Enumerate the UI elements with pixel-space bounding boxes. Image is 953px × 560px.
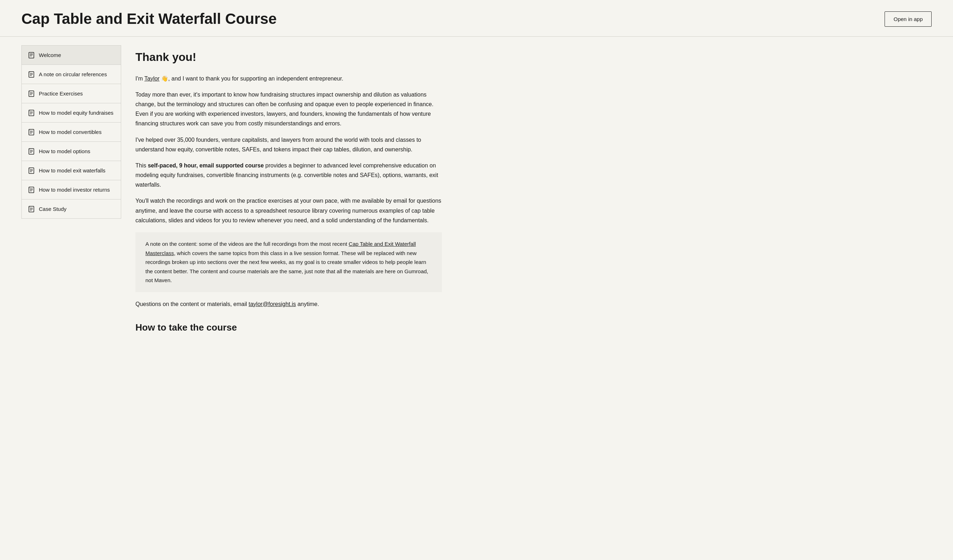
sidebar-item-label: A note on circular references xyxy=(39,71,107,78)
sidebar-item-circular-references[interactable]: A note on circular references xyxy=(22,65,121,84)
main-content: Thank you! I'm Taylor 👋, and I want to t… xyxy=(135,45,442,339)
contact-suffix: anytime. xyxy=(296,301,319,307)
section-icon xyxy=(28,129,34,135)
svg-rect-13 xyxy=(29,91,30,92)
section-icon xyxy=(28,187,34,193)
paragraph-4: You'll watch the recordings and work on … xyxy=(135,196,442,225)
sidebar-item-label: How to model equity fundraises xyxy=(39,109,113,116)
contact-paragraph: Questions on the content or materials, e… xyxy=(135,299,442,309)
sidebar-item-model-equity[interactable]: How to model equity fundraises xyxy=(22,103,121,123)
section-icon xyxy=(28,71,34,78)
paragraph-3: This self-paced, 9 hour, email supported… xyxy=(135,161,442,190)
sidebar-item-label: Case Study xyxy=(39,205,67,213)
blockquote-box: A note on the content: some of the video… xyxy=(135,232,442,292)
taylor-link[interactable]: Taylor xyxy=(144,76,160,82)
svg-rect-28 xyxy=(29,149,30,150)
sidebar-item-label: How to model options xyxy=(39,147,90,155)
section-heading: How to take the course xyxy=(135,320,442,335)
section-icon xyxy=(28,90,34,97)
sidebar-item-model-investor-returns[interactable]: How to model investor returns xyxy=(22,180,121,200)
page-header: Cap Table and Exit Waterfall Course Open… xyxy=(0,0,953,37)
contact-prefix: Questions on the content or materials, e… xyxy=(135,301,249,307)
open-in-app-button[interactable]: Open in app xyxy=(885,11,931,27)
main-layout: Welcome A note on circular references Pr… xyxy=(0,37,953,348)
sidebar-item-label: Practice Exercises xyxy=(39,90,83,97)
paragraph-1: Today more than ever, it's important to … xyxy=(135,90,442,129)
svg-rect-43 xyxy=(29,206,30,208)
sidebar-item-case-study[interactable]: Case Study xyxy=(22,200,121,219)
svg-rect-33 xyxy=(29,168,30,169)
svg-rect-23 xyxy=(29,129,30,131)
blockquote-prefix: A note on the content: some of the video… xyxy=(146,241,349,247)
paragraph-2: I've helped over 35,000 founders, ventur… xyxy=(135,135,442,154)
sidebar-item-model-convertibles[interactable]: How to model convertibles xyxy=(22,123,121,142)
sidebar-item-label: Welcome xyxy=(39,51,61,59)
sidebar-item-model-options[interactable]: How to model options xyxy=(22,142,121,161)
contact-email-link[interactable]: taylor@foresight.is xyxy=(249,301,296,307)
sidebar-item-label: How to model exit waterfalls xyxy=(39,167,106,174)
content-title: Thank you! xyxy=(135,48,442,66)
bold-course-description: self-paced, 9 hour, email supported cour… xyxy=(148,163,264,169)
sidebar-item-label: How to model convertibles xyxy=(39,128,102,136)
page-title: Cap Table and Exit Waterfall Course xyxy=(22,10,276,28)
sidebar-item-model-exit-waterfalls[interactable]: How to model exit waterfalls xyxy=(22,161,121,180)
sidebar: Welcome A note on circular references Pr… xyxy=(22,45,121,219)
svg-rect-0 xyxy=(29,52,34,58)
svg-rect-18 xyxy=(29,110,30,112)
sidebar-item-practice-exercises[interactable]: Practice Exercises xyxy=(22,84,121,103)
sidebar-item-label: How to model investor returns xyxy=(39,186,110,194)
blockquote-suffix: , which covers the same topics from this… xyxy=(146,250,428,284)
sidebar-item-welcome[interactable]: Welcome xyxy=(22,46,121,65)
doc-icon xyxy=(28,52,34,59)
section-icon xyxy=(28,206,34,212)
svg-rect-38 xyxy=(29,187,30,188)
section-icon xyxy=(28,168,34,174)
section-icon xyxy=(28,110,34,116)
intro-paragraph: I'm Taylor 👋, and I want to thank you fo… xyxy=(135,74,442,83)
svg-rect-8 xyxy=(29,71,30,73)
section-icon xyxy=(28,148,34,155)
